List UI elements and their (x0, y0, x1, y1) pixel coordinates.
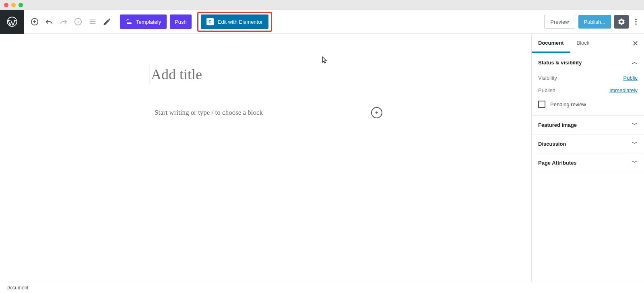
push-label: Push (175, 19, 187, 25)
panel-discussion-header[interactable]: Discussion ﹀ (532, 134, 644, 153)
wordpress-icon (6, 16, 18, 27)
panel-status-title: Status & visibility (538, 60, 582, 66)
content-placeholder: Start writing or type / to choose a bloc… (149, 109, 291, 117)
svg-point-6 (635, 19, 636, 20)
push-button[interactable]: Push (170, 14, 192, 29)
post-title-input[interactable] (149, 66, 382, 83)
undo-icon (45, 17, 54, 26)
svg-point-5 (130, 23, 132, 25)
visibility-label: Visibility (538, 75, 557, 81)
templately-label: Templately (136, 19, 161, 25)
svg-point-8 (635, 23, 636, 25)
main-area: Start writing or type / to choose a bloc… (0, 34, 644, 282)
edit-button[interactable] (100, 14, 114, 29)
settings-button[interactable] (614, 15, 629, 29)
content-editor: Start writing or type / to choose a bloc… (0, 34, 531, 282)
chevron-down-icon: ﹀ (632, 140, 638, 147)
redo-icon (59, 17, 68, 26)
panel-page-attributes: Page Attributes ﹀ (532, 153, 644, 172)
elementor-icon: E (206, 18, 214, 25)
inline-add-block-button[interactable] (371, 107, 382, 118)
plus-circle-icon (30, 17, 39, 26)
panel-status-header[interactable]: Status & visibility ︿ (532, 53, 644, 72)
publish-button[interactable]: Publish... (578, 15, 611, 29)
window-minimize-dot[interactable] (11, 3, 16, 7)
more-options-button[interactable] (631, 15, 641, 29)
wordpress-logo[interactable] (0, 10, 24, 34)
panel-page-attributes-header[interactable]: Page Attributes ﹀ (532, 153, 644, 172)
preview-button[interactable]: Preview (544, 15, 575, 29)
publish-row: Publish Immediately (538, 84, 638, 97)
info-button[interactable] (71, 14, 85, 29)
svg-point-7 (635, 21, 636, 22)
redo-button[interactable] (56, 14, 71, 29)
visibility-row: Visibility Public (538, 72, 638, 84)
editor-toolbar: Templately Push E Edit with Elementor Pr… (0, 10, 644, 34)
close-icon: ✕ (632, 39, 638, 47)
info-icon (74, 17, 83, 26)
pencil-icon (103, 17, 111, 26)
sidebar-tabs: Document Block ✕ (532, 34, 644, 53)
panel-featured-image-title: Featured image (538, 122, 577, 128)
chevron-up-icon: ︿ (632, 59, 638, 66)
panel-discussion-title: Discussion (538, 141, 566, 147)
templately-icon (126, 18, 133, 25)
pending-review-row[interactable]: Pending review (538, 97, 638, 109)
elementor-label: Edit with Elementor (218, 19, 263, 25)
pending-review-label: Pending review (550, 101, 586, 107)
panel-status-body: Visibility Public Publish Immediately Pe… (532, 72, 644, 115)
edit-with-elementor-button[interactable]: E Edit with Elementor (201, 14, 268, 29)
cursor-pointer-icon (322, 56, 328, 65)
add-block-toolbar-button[interactable] (27, 14, 42, 29)
content-area[interactable]: Start writing or type / to choose a bloc… (149, 107, 382, 118)
elementor-highlight: E Edit with Elementor (197, 12, 272, 32)
window-close-dot[interactable] (4, 3, 8, 7)
panel-featured-image-header[interactable]: Featured image ﹀ (532, 116, 644, 134)
panel-featured-image: Featured image ﹀ (532, 116, 644, 134)
panel-page-attributes-title: Page Attributes (538, 160, 577, 166)
window-chrome (0, 0, 644, 10)
chevron-down-icon: ﹀ (632, 121, 638, 128)
plus-icon (374, 110, 380, 116)
pending-review-checkbox[interactable] (538, 101, 545, 108)
more-vertical-icon (632, 18, 640, 26)
editor-footer: Document (0, 282, 644, 293)
panel-status-visibility: Status & visibility ︿ Visibility Public … (532, 53, 644, 116)
list-icon (88, 17, 97, 26)
publish-value-link[interactable]: Immediately (609, 87, 638, 93)
block-navigation-button[interactable] (85, 14, 100, 29)
window-maximize-dot[interactable] (19, 3, 23, 7)
chevron-down-icon: ﹀ (632, 159, 638, 166)
publish-label: Publish (538, 87, 555, 93)
close-sidebar-button[interactable]: ✕ (629, 37, 642, 50)
visibility-value-link[interactable]: Public (623, 75, 638, 81)
undo-button[interactable] (42, 14, 56, 29)
templately-button[interactable]: Templately (120, 14, 167, 29)
tab-document[interactable]: Document (532, 34, 570, 53)
tab-block[interactable]: Block (570, 34, 596, 53)
breadcrumb[interactable]: Document (6, 285, 29, 291)
settings-sidebar: Document Block ✕ Status & visibility ︿ V… (531, 34, 644, 282)
panel-discussion: Discussion ﹀ (532, 134, 644, 153)
gear-icon (617, 18, 625, 26)
